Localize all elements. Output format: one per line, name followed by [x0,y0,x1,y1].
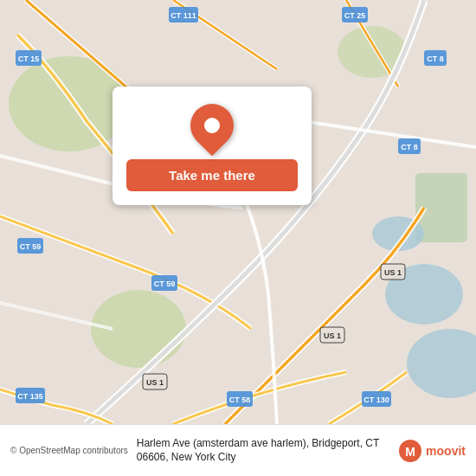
svg-text:US 1: US 1 [384,268,402,277]
svg-text:CT 15: CT 15 [18,55,40,63]
moovit-logo: M moovit [398,439,466,463]
osm-credit: © OpenStreetMap contributors [10,446,128,455]
svg-point-2 [91,290,186,368]
svg-text:CT 58: CT 58 [229,396,251,404]
map-container: CT 15 CT 111 CT 25 CT 8 CT 8 CT 59 CT 59… [0,0,476,424]
svg-text:US 1: US 1 [146,378,164,387]
take-me-there-button[interactable]: Take me there [126,159,298,191]
map-svg: CT 15 CT 111 CT 25 CT 8 CT 8 CT 59 CT 59… [0,0,476,424]
svg-text:CT 130: CT 130 [363,396,389,404]
location-card: Take me there [113,87,312,205]
svg-text:M: M [405,445,415,459]
location-pin-icon [182,95,243,157]
address-line2: 06606, New York City [137,451,236,463]
svg-text:US 1: US 1 [324,331,341,340]
svg-text:CT 111: CT 111 [170,11,196,20]
svg-text:CT 25: CT 25 [344,11,366,20]
svg-text:CT 135: CT 135 [17,392,43,401]
address-line1: Harlem Ave (amsterdam ave harlem), Bridg… [137,437,380,449]
svg-text:CT 8: CT 8 [427,55,444,63]
address-text: Harlem Ave (amsterdam ave harlem), Bridg… [137,437,391,464]
svg-point-1 [9,56,130,151]
svg-text:CT 59: CT 59 [154,280,176,288]
moovit-icon: M [398,439,422,463]
svg-text:CT 59: CT 59 [20,242,42,251]
moovit-label: moovit [426,444,466,458]
bottom-bar: © OpenStreetMap contributors Harlem Ave … [0,424,476,476]
svg-text:CT 8: CT 8 [401,143,418,151]
